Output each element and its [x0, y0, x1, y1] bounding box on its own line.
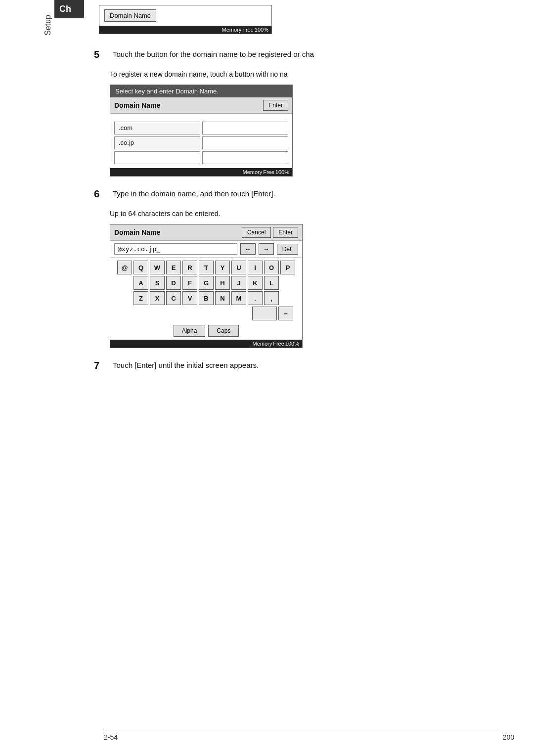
step5: 5 Touch the button for the domain name t…	[94, 49, 514, 60]
kb-key-y[interactable]: Y	[215, 261, 230, 274]
kb-key-comma[interactable]: ,	[264, 291, 279, 305]
domain-grid: .com .co.jp	[114, 122, 288, 164]
footer-right: 200	[503, 733, 514, 741]
kb-caps-btn[interactable]: Caps	[208, 325, 239, 337]
step5-num: 5	[94, 49, 110, 60]
footer-rule	[104, 730, 514, 730]
kb-row3: Z X C V B N M . ,	[114, 291, 298, 305]
footer-left: 2-54	[104, 733, 118, 741]
page-footer: 2-54 200	[84, 730, 534, 741]
kb-row1: @ Q W E R T Y U I O P	[114, 261, 298, 274]
domain-select-header: Select key and enter Domain Name.	[110, 85, 292, 97]
kb-rows: @ Q W E R T Y U I O P A S D F	[110, 258, 302, 325]
kb-key-q[interactable]: Q	[134, 261, 148, 274]
step6-num: 6	[94, 188, 110, 200]
kb-cancel-btn[interactable]: Cancel	[242, 227, 271, 238]
kb-header: Domain Name Cancel Enter	[110, 224, 302, 241]
footer-nums: 2-54 200	[104, 733, 514, 741]
kb-alpha-btn[interactable]: Alpha	[174, 325, 206, 337]
kb-key-a[interactable]: A	[134, 276, 148, 290]
domain-select-footer: Memory Free 100%	[110, 168, 292, 176]
kb-key-at[interactable]: @	[117, 261, 132, 274]
kb-key-g[interactable]: G	[199, 276, 214, 290]
kb-key-d[interactable]: D	[166, 276, 181, 290]
kb-key-h[interactable]: H	[215, 276, 230, 290]
kb-del-btn[interactable]: Del.	[277, 244, 298, 255]
kb-key-period[interactable]: .	[248, 291, 263, 305]
kb-enter-btn[interactable]: Enter	[273, 227, 298, 238]
domain-name-top-btn[interactable]: Domain Name	[104, 9, 156, 22]
kb-key-p[interactable]: P	[280, 261, 295, 274]
kb-free-label: Free	[273, 341, 284, 347]
kb-percent: 100%	[285, 341, 299, 347]
kb-key-r[interactable]: R	[182, 261, 197, 274]
step5-text: Touch the button for the domain name to …	[113, 49, 314, 60]
kb-key-o[interactable]: O	[264, 261, 279, 274]
kb-input-row: @xyz.co.jp_ ← → Del.	[110, 241, 302, 258]
step7-text: Touch [Enter] until the initial screen a…	[113, 360, 259, 371]
domain-cell-empty1[interactable]	[202, 122, 288, 134]
domain-cell-cojp[interactable]: .co.jp	[114, 136, 200, 149]
step7-num: 7	[94, 360, 110, 371]
step5-subtext: To register a new domain name, touch a b…	[110, 69, 514, 80]
kb-footer: Memory Free 100%	[110, 340, 302, 348]
domain-select-title: Domain Name	[114, 101, 160, 109]
kb-key-w[interactable]: W	[150, 261, 165, 274]
percent-top: 100%	[255, 27, 268, 33]
kb-key-j[interactable]: J	[231, 276, 246, 290]
step6-text: Type in the domain name, and then touch …	[113, 188, 275, 200]
kb-key-c[interactable]: C	[166, 291, 181, 305]
free-label-top: Free	[242, 27, 254, 33]
sidebar-ch-label: Ch	[54, 0, 84, 18]
keyboard-panel: Domain Name Cancel Enter @xyz.co.jp_ ← →…	[110, 224, 303, 348]
kb-key-l[interactable]: L	[264, 276, 279, 290]
domain-select-body: .com .co.jp	[110, 114, 292, 168]
kb-header-btns: Cancel Enter	[242, 227, 298, 238]
main-content: Domain Name Memory Free 100% 5 Touch the…	[84, 0, 534, 756]
memory-label-p1: Memory	[243, 169, 263, 175]
kb-key-v[interactable]: V	[182, 291, 197, 305]
domain-cell-empty4[interactable]	[202, 151, 288, 164]
kb-key-m[interactable]: M	[231, 291, 246, 305]
domain-enter-btn[interactable]: Enter	[263, 100, 288, 111]
kb-input-field[interactable]: @xyz.co.jp_	[114, 243, 237, 255]
kb-key-b[interactable]: B	[199, 291, 214, 305]
kb-key-s[interactable]: S	[150, 276, 165, 290]
kb-key-z[interactable]: Z	[134, 291, 148, 305]
kb-key-u[interactable]: U	[231, 261, 246, 274]
kb-left-arrow-btn[interactable]: ←	[240, 243, 256, 255]
kb-key-e[interactable]: E	[166, 261, 181, 274]
free-label-p1: Free	[263, 169, 274, 175]
percent-p1: 100%	[275, 169, 289, 175]
step7: 7 Touch [Enter] until the initial screen…	[94, 360, 514, 371]
kb-title: Domain Name	[114, 228, 160, 236]
step6-subtext: Up to 64 characters can be entered.	[110, 209, 514, 219]
kb-key-i[interactable]: I	[248, 261, 263, 274]
domain-select-title-bar: Domain Name Enter	[110, 97, 292, 114]
top-panel-footer: Memory Free 100%	[99, 26, 271, 34]
domain-cell-empty3[interactable]	[114, 151, 200, 164]
kb-key-space[interactable]	[252, 307, 277, 320]
step6: 6 Type in the domain name, and then touc…	[94, 188, 514, 200]
kb-key-n[interactable]: N	[215, 291, 230, 305]
kb-key-k[interactable]: K	[248, 276, 263, 290]
kb-right-arrow-btn[interactable]: →	[259, 243, 274, 255]
domain-select-panel: Select key and enter Domain Name. Domain…	[110, 85, 293, 177]
kb-row4: −	[114, 307, 298, 320]
kb-key-t[interactable]: T	[199, 261, 214, 274]
kb-key-dash[interactable]: −	[278, 307, 293, 320]
kb-row2: A S D F G H J K L	[114, 276, 298, 290]
domain-cell-empty2[interactable]	[202, 136, 288, 149]
kb-key-f[interactable]: F	[182, 276, 197, 290]
sidebar: Ch Setup	[0, 0, 84, 756]
kb-memory-label: Memory	[253, 341, 272, 347]
sidebar-setup-label: Setup	[44, 15, 52, 36]
kb-bottom-row: Alpha Caps	[110, 325, 302, 340]
memory-label-top: Memory	[222, 27, 242, 33]
kb-key-x[interactable]: X	[150, 291, 165, 305]
domain-cell-com[interactable]: .com	[114, 122, 200, 134]
top-panel: Domain Name Memory Free 100%	[99, 5, 272, 34]
